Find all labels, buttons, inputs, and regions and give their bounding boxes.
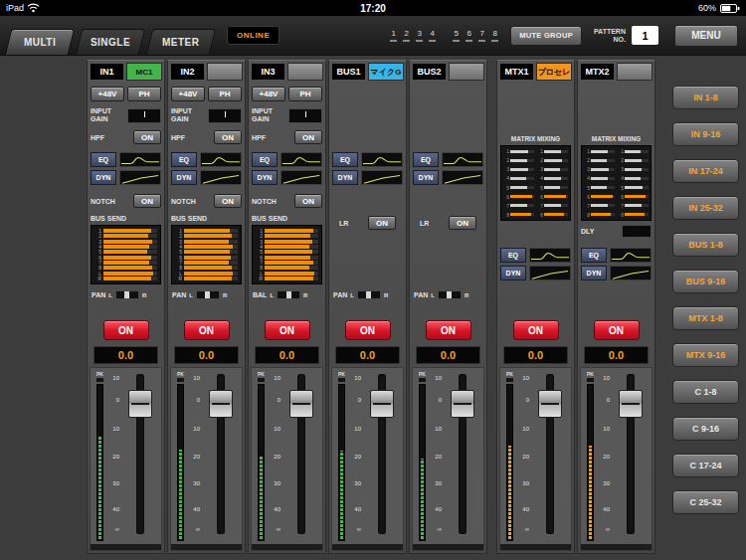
input-gain-display[interactable] — [288, 108, 322, 123]
dyn-curve-display[interactable] — [119, 170, 161, 185]
bank-button-c-25-32[interactable]: C 25-32 — [672, 490, 739, 514]
delay-display[interactable] — [622, 225, 652, 238]
bank-button-bus-1-8[interactable]: BUS 1-8 — [672, 233, 739, 257]
bank-button-bus-9-16[interactable]: BUS 9-16 — [672, 270, 739, 293]
bank-button-mtx-9-16[interactable]: MTX 9-16 — [672, 343, 739, 367]
channel-on-button[interactable]: ON — [513, 320, 559, 340]
pan-slider[interactable] — [438, 290, 462, 299]
tab-meter[interactable]: METER — [146, 29, 216, 55]
dyn-curve-display[interactable] — [280, 170, 322, 185]
pattern-indicator-6[interactable]: 6 — [466, 30, 472, 42]
tab-single[interactable]: SINGLE — [76, 29, 145, 55]
eq-curve-display[interactable] — [200, 152, 242, 167]
bus-send-meters[interactable]: 12345678LR — [171, 225, 242, 284]
lr-on-button[interactable]: ON — [449, 216, 476, 230]
fader-knob[interactable] — [370, 390, 394, 418]
bus-send-meters[interactable]: 12345678LR — [252, 225, 322, 284]
channel-tag[interactable]: マイクG — [368, 63, 404, 81]
fader-knob[interactable] — [128, 390, 152, 418]
eq-curve-display[interactable] — [361, 152, 403, 167]
lr-on-button[interactable]: ON — [368, 216, 396, 230]
channel-on-button[interactable]: ON — [265, 320, 310, 340]
bank-button-in-9-16[interactable]: IN 9-16 — [672, 122, 739, 146]
channel-on-button[interactable]: ON — [345, 320, 391, 340]
channel-tag[interactable]: MC1 — [126, 63, 162, 81]
channel-tag[interactable] — [449, 63, 484, 81]
fader-knob[interactable] — [209, 390, 233, 418]
notch-on-button[interactable]: ON — [133, 194, 161, 208]
dyn-curve-display[interactable] — [529, 266, 571, 280]
input-gain-display[interactable] — [127, 108, 161, 123]
eq-button[interactable]: EQ — [413, 152, 439, 167]
fader-level-display[interactable]: 0.0 — [584, 346, 649, 364]
matrix-mixing-meters[interactable]: 1234567812345678 — [500, 145, 571, 221]
eq-button[interactable]: EQ — [500, 248, 526, 263]
channel-tag[interactable] — [207, 63, 243, 81]
bank-button-c-9-16[interactable]: C 9-16 — [672, 417, 739, 441]
pattern-indicator-8[interactable]: 8 — [491, 30, 498, 42]
pattern-indicator-7[interactable]: 7 — [478, 30, 485, 42]
phantom-48v-button[interactable]: +48V — [171, 87, 205, 101]
phase-button[interactable]: PH — [208, 87, 242, 101]
pan-slider[interactable] — [196, 290, 220, 299]
bank-button-mtx-1-8[interactable]: MTX 1-8 — [672, 306, 739, 330]
eq-button[interactable]: EQ — [252, 152, 278, 167]
dyn-button[interactable]: DYN — [252, 170, 278, 185]
phase-button[interactable]: PH — [127, 87, 161, 101]
hpf-on-button[interactable]: ON — [294, 130, 322, 144]
eq-curve-display[interactable] — [119, 152, 161, 167]
channel-tag[interactable] — [287, 63, 323, 81]
dyn-button[interactable]: DYN — [91, 170, 116, 185]
fader-knob[interactable] — [538, 390, 562, 418]
dyn-curve-display[interactable] — [442, 170, 483, 185]
eq-curve-display[interactable] — [442, 152, 483, 167]
dyn-button[interactable]: DYN — [500, 266, 526, 280]
bank-button-in-17-24[interactable]: IN 17-24 — [672, 159, 739, 183]
menu-button[interactable]: MENU — [674, 25, 738, 47]
pattern-indicator-5[interactable]: 5 — [453, 30, 460, 42]
bank-button-in-1-8[interactable]: IN 1-8 — [672, 86, 739, 109]
pattern-indicator-4[interactable]: 4 — [429, 30, 436, 42]
dyn-button[interactable]: DYN — [171, 170, 197, 185]
dyn-curve-display[interactable] — [610, 266, 652, 280]
channel-tag[interactable]: プロセレ — [536, 63, 572, 81]
pattern-indicator-3[interactable]: 3 — [416, 30, 423, 42]
eq-curve-display[interactable] — [610, 248, 652, 263]
bank-button-in-25-32[interactable]: IN 25-32 — [672, 196, 739, 220]
pan-slider[interactable] — [357, 290, 381, 299]
eq-curve-display[interactable] — [280, 152, 322, 167]
dyn-button[interactable]: DYN — [413, 170, 439, 185]
hpf-on-button[interactable]: ON — [133, 130, 161, 144]
fader-level-display[interactable]: 0.0 — [255, 346, 319, 364]
fader-knob[interactable] — [451, 390, 474, 418]
channel-on-button[interactable]: ON — [184, 320, 230, 340]
dyn-button[interactable]: DYN — [332, 170, 358, 185]
fader-level-display[interactable]: 0.0 — [174, 346, 239, 364]
channel-tag[interactable] — [617, 63, 653, 81]
hpf-on-button[interactable]: ON — [214, 130, 242, 144]
pan-slider[interactable] — [277, 290, 300, 299]
fader-level-display[interactable]: 0.0 — [416, 346, 480, 364]
phase-button[interactable]: PH — [288, 87, 322, 101]
eq-button[interactable]: EQ — [171, 152, 197, 167]
phantom-48v-button[interactable]: +48V — [91, 87, 124, 101]
fader-level-display[interactable]: 0.0 — [335, 346, 400, 364]
bus-send-meters[interactable]: 12345678LR — [91, 225, 161, 284]
channel-on-button[interactable]: ON — [426, 320, 471, 340]
eq-button[interactable]: EQ — [332, 152, 358, 167]
dyn-button[interactable]: DYN — [581, 266, 607, 280]
fader-level-display[interactable]: 0.0 — [503, 346, 568, 364]
pattern-indicator-1[interactable]: 1 — [390, 30, 397, 42]
eq-curve-display[interactable] — [529, 248, 571, 263]
eq-button[interactable]: EQ — [581, 248, 607, 263]
bank-button-c-1-8[interactable]: C 1-8 — [672, 380, 739, 404]
dyn-curve-display[interactable] — [361, 170, 403, 185]
channel-on-button[interactable]: ON — [103, 320, 149, 340]
channel-on-button[interactable]: ON — [594, 320, 640, 340]
matrix-mixing-meters[interactable]: 1234567812345678 — [581, 145, 652, 221]
fader-level-display[interactable]: 0.0 — [93, 346, 158, 364]
mute-group-button[interactable]: MUTE GROUP — [510, 26, 582, 46]
fader-knob[interactable] — [289, 390, 313, 418]
bank-button-c-17-24[interactable]: C 17-24 — [672, 454, 739, 477]
pattern-number-field[interactable]: 1 — [632, 26, 658, 45]
